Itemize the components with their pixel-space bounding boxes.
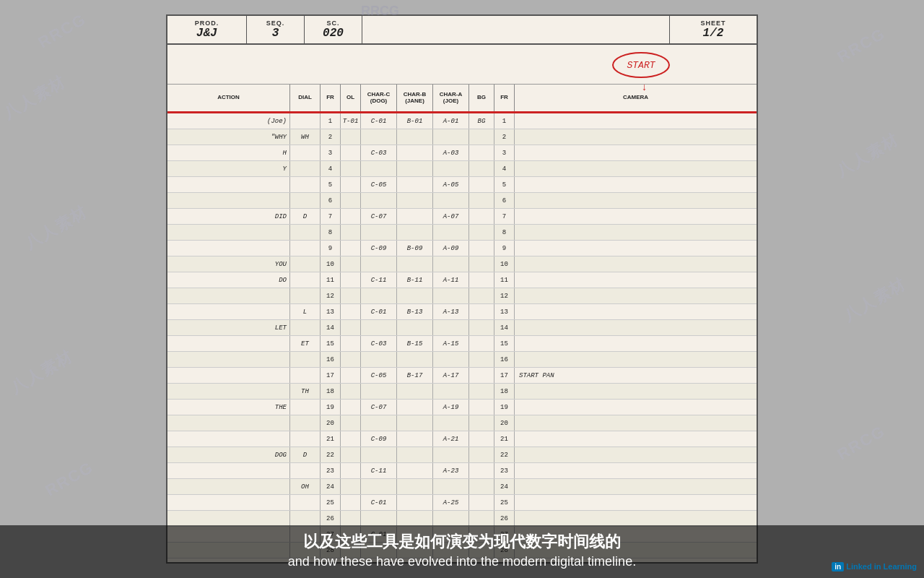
table-cell: A-11 bbox=[433, 272, 469, 288]
table-cell bbox=[167, 225, 290, 240]
table-cell: A-25 bbox=[433, 495, 469, 510]
seq-label: SEQ. bbox=[266, 20, 285, 27]
table-cell bbox=[469, 431, 494, 447]
table-cell bbox=[515, 256, 757, 272]
start-arrow: ↓ bbox=[642, 81, 647, 92]
subtitle-bar: 以及这些工具是如何演变为现代数字时间线的 and how these have … bbox=[0, 525, 924, 578]
table-cell bbox=[341, 177, 361, 192]
watermark-rrcg-1: RRCG bbox=[35, 10, 90, 53]
table-cell: 18 bbox=[321, 384, 341, 399]
table-cell bbox=[167, 384, 290, 399]
table-cell: 17 bbox=[494, 368, 515, 383]
table-cell bbox=[433, 161, 469, 176]
col-camera-header: CAMERA bbox=[515, 85, 757, 111]
table-cell: 2 bbox=[321, 129, 341, 144]
table-cell: 2 bbox=[494, 129, 515, 144]
table-row: Y44 bbox=[167, 161, 757, 177]
table-cell bbox=[515, 415, 757, 431]
table-cell: 26 bbox=[321, 511, 341, 526]
table-cell bbox=[433, 479, 469, 494]
table-cell: B-13 bbox=[397, 304, 433, 319]
table-cell bbox=[469, 352, 494, 367]
table-cell bbox=[167, 431, 290, 447]
table-cell: A-07 bbox=[433, 209, 469, 224]
table-cell: 24 bbox=[321, 479, 341, 494]
sheet-label: SHEET bbox=[700, 20, 725, 27]
table-cell bbox=[167, 177, 290, 192]
col-dial-header: DIAL bbox=[290, 85, 321, 111]
table-cell bbox=[290, 256, 321, 272]
table-cell: C-07 bbox=[361, 400, 397, 415]
table-cell bbox=[433, 225, 469, 240]
table-cell bbox=[433, 415, 469, 431]
table-cell: 6 bbox=[321, 193, 341, 208]
table-cell: 6 bbox=[494, 193, 515, 208]
table-cell bbox=[397, 352, 433, 367]
table-cell bbox=[469, 447, 494, 462]
table-cell: 10 bbox=[494, 256, 515, 272]
table-cell bbox=[361, 288, 397, 303]
table-row: 23C-11A-2323 bbox=[167, 463, 757, 479]
table-row: DOGD2222 bbox=[167, 447, 757, 463]
table-cell bbox=[290, 241, 321, 256]
table-cell bbox=[469, 304, 494, 319]
table-cell bbox=[341, 511, 361, 526]
table-cell bbox=[397, 129, 433, 144]
table-cell bbox=[433, 193, 469, 208]
table-cell bbox=[515, 288, 757, 303]
table-cell bbox=[341, 447, 361, 462]
table-row: 2626 bbox=[167, 511, 757, 527]
table-cell bbox=[341, 129, 361, 144]
table-cell bbox=[469, 145, 494, 160]
table-cell bbox=[341, 495, 361, 510]
table-cell: 3 bbox=[321, 145, 341, 160]
table-cell bbox=[469, 177, 494, 192]
subtitle-zh: 以及这些工具是如何演变为现代数字时间线的 bbox=[14, 531, 910, 553]
table-cell bbox=[167, 193, 290, 208]
table-cell bbox=[515, 177, 757, 192]
table-cell bbox=[341, 431, 361, 447]
table-cell bbox=[515, 272, 757, 288]
table-cell: 21 bbox=[321, 431, 341, 447]
watermark-baren-4: 八人素材 bbox=[832, 129, 903, 182]
table-cell: A-23 bbox=[433, 463, 469, 478]
table-cell bbox=[469, 336, 494, 351]
table-cell: OH bbox=[290, 479, 321, 494]
table-cell: 13 bbox=[494, 304, 515, 319]
table-cell: 4 bbox=[494, 161, 515, 176]
table-cell: BG bbox=[469, 113, 494, 129]
table-row: ET15C-03B-15A-1515 bbox=[167, 336, 757, 352]
table-cell bbox=[515, 495, 757, 510]
table-row: (Joe)1T-01C-01B-01A-01BG1 bbox=[167, 113, 757, 129]
table-cell bbox=[397, 400, 433, 415]
table-cell: 20 bbox=[494, 415, 515, 431]
table-cell bbox=[397, 320, 433, 335]
table-cell: DID bbox=[167, 209, 290, 224]
table-cell: C-09 bbox=[361, 241, 397, 256]
table-cell bbox=[397, 384, 433, 399]
prod-cell: PROD. J&J bbox=[167, 16, 247, 43]
table-cell bbox=[397, 463, 433, 478]
table-cell: 25 bbox=[494, 495, 515, 510]
table-cell: C-05 bbox=[361, 177, 397, 192]
table-cell: C-07 bbox=[361, 209, 397, 224]
seq-value: 3 bbox=[272, 27, 279, 40]
table-cell: TH bbox=[290, 384, 321, 399]
table-row: 9C-09B-09A-099 bbox=[167, 241, 757, 256]
watermark-rrcg-2: RRCG bbox=[42, 458, 97, 501]
table-cell bbox=[361, 193, 397, 208]
table-cell bbox=[167, 479, 290, 494]
table-cell bbox=[290, 288, 321, 303]
table-cell: 7 bbox=[494, 209, 515, 224]
start-area: START ↓ bbox=[167, 45, 757, 85]
table-cell bbox=[515, 447, 757, 462]
table-cell bbox=[469, 241, 494, 256]
table-cell: 1 bbox=[494, 113, 515, 129]
table-cell bbox=[433, 447, 469, 462]
table-cell bbox=[341, 225, 361, 240]
table-cell bbox=[341, 415, 361, 431]
table-cell bbox=[515, 193, 757, 208]
table-cell: YOU bbox=[167, 256, 290, 272]
col-ol-header: OL bbox=[341, 85, 361, 111]
table-cell bbox=[361, 384, 397, 399]
